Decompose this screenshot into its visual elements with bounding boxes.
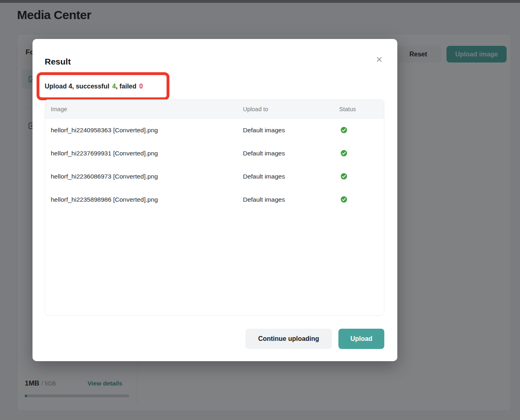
table-body: hellorf_hi2240958363 [Converted].png Def… bbox=[45, 118, 384, 211]
status-success-icon bbox=[340, 127, 347, 134]
upload-destination: Default images bbox=[243, 127, 339, 134]
upload-destination: Default images bbox=[243, 150, 339, 157]
image-filename: hellorf_hi2240958363 [Converted].png bbox=[45, 127, 243, 134]
results-table: Image Upload to Status hellorf_hi2240958… bbox=[45, 99, 384, 316]
column-header-upload-to: Upload to bbox=[243, 106, 339, 112]
upload-destination: Default images bbox=[243, 196, 339, 203]
status-success-icon bbox=[340, 173, 347, 180]
status-success-icon bbox=[340, 196, 347, 203]
summary-middle: , failed bbox=[116, 83, 136, 90]
column-header-image: Image bbox=[45, 106, 243, 112]
close-icon bbox=[376, 56, 383, 63]
upload-destination: Default images bbox=[243, 173, 339, 180]
image-filename: hellorf_hi2235898986 [Converted].png bbox=[45, 196, 243, 203]
modal-title: Result bbox=[45, 57, 71, 67]
table-row: hellorf_hi2236086973 [Converted].png Def… bbox=[45, 165, 384, 188]
upload-button[interactable]: Upload bbox=[338, 329, 384, 349]
image-filename: hellorf_hi2237699931 [Converted].png bbox=[45, 150, 243, 157]
upload-summary: Upload 4, successful4, failed0 bbox=[45, 79, 143, 93]
table-row: hellorf_hi2235898986 [Converted].png Def… bbox=[45, 188, 384, 211]
close-button[interactable] bbox=[376, 56, 383, 63]
table-header: Image Upload to Status bbox=[45, 100, 384, 118]
top-strip bbox=[0, 0, 520, 3]
page-root: Media Center Folders bbox=[0, 0, 520, 420]
status-success-icon bbox=[340, 150, 347, 157]
summary-prefix: Upload 4, successful bbox=[45, 83, 109, 90]
table-row: hellorf_hi2237699931 [Converted].png Def… bbox=[45, 142, 384, 165]
failed-count: 0 bbox=[139, 83, 143, 90]
result-modal: Result Upload 4, successful4, failed0 Im… bbox=[32, 39, 397, 361]
success-count: 4 bbox=[112, 83, 116, 90]
table-row: hellorf_hi2240958363 [Converted].png Def… bbox=[45, 118, 384, 142]
column-header-status: Status bbox=[339, 106, 384, 112]
image-filename: hellorf_hi2236086973 [Converted].png bbox=[45, 173, 243, 180]
continue-uploading-button[interactable]: Continue uploading bbox=[245, 329, 332, 349]
